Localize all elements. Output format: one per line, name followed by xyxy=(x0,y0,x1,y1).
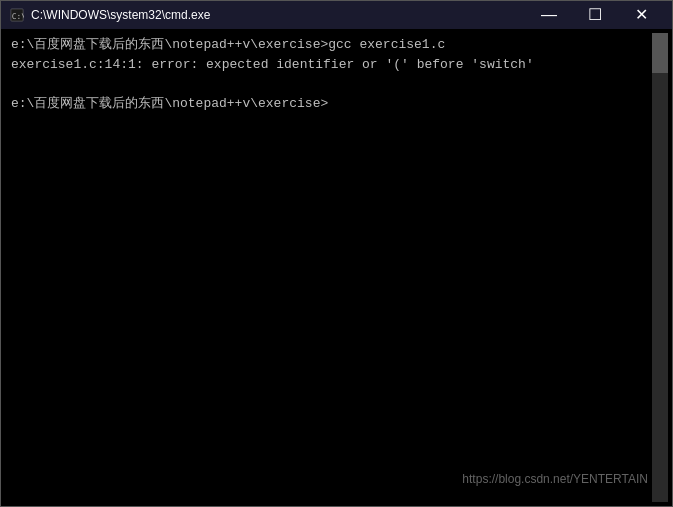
scrollbar-thumb[interactable] xyxy=(652,33,668,73)
terminal-line: e:\百度网盘下载后的东西\notepad++v\exercise> xyxy=(11,94,646,114)
title-bar-controls: — ☐ ✕ xyxy=(526,1,664,29)
maximize-button[interactable]: ☐ xyxy=(572,1,618,29)
close-button[interactable]: ✕ xyxy=(618,1,664,29)
title-bar-left: C:\ C:\WINDOWS\system32\cmd.exe xyxy=(9,7,210,23)
terminal-line: e:\百度网盘下载后的东西\notepad++v\exercise>gcc ex… xyxy=(11,35,646,55)
scrollbar[interactable] xyxy=(652,33,668,502)
terminal-body[interactable]: e:\百度网盘下载后的东西\notepad++v\exercise>gcc ex… xyxy=(1,29,672,506)
cmd-icon: C:\ xyxy=(9,7,25,23)
minimize-button[interactable]: — xyxy=(526,1,572,29)
terminal-content: e:\百度网盘下载后的东西\notepad++v\exercise>gcc ex… xyxy=(5,33,652,502)
cmd-window: C:\ C:\WINDOWS\system32\cmd.exe — ☐ ✕ e:… xyxy=(0,0,673,507)
svg-text:C:\: C:\ xyxy=(12,12,24,21)
title-bar: C:\ C:\WINDOWS\system32\cmd.exe — ☐ ✕ xyxy=(1,1,672,29)
window-title: C:\WINDOWS\system32\cmd.exe xyxy=(31,8,210,22)
terminal-line: exercise1.c:14:1: error: expected identi… xyxy=(11,55,646,75)
terminal-line xyxy=(11,74,646,94)
